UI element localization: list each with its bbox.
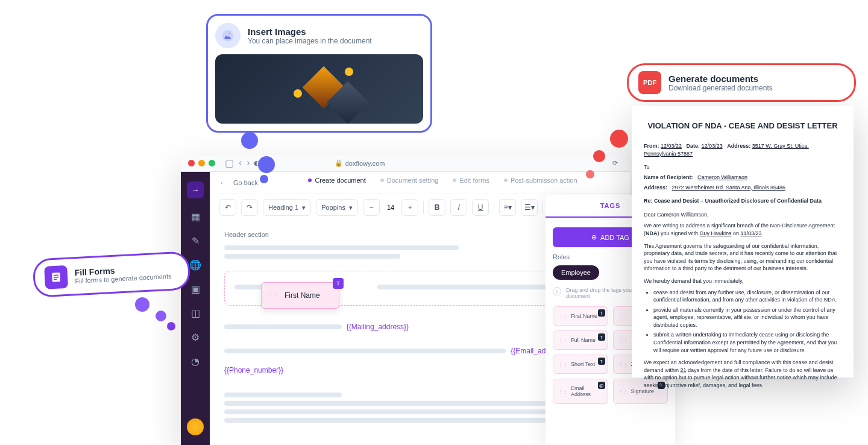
app-sidebar: → ▦ ✎ 🌐 ▣ ◫ ⚙ ◔ — [181, 172, 210, 445]
avatar[interactable] — [187, 418, 204, 435]
undo-button[interactable]: ↶ — [219, 199, 236, 216]
deco-dot — [593, 150, 605, 162]
chevron-down-icon: ▾ — [349, 204, 353, 212]
help-icon[interactable]: ◔ — [189, 355, 201, 367]
placeholder-line — [224, 245, 459, 250]
sidebar-toggle-icon[interactable]: ▢ — [225, 157, 234, 169]
chevron-down-icon: ▾ — [302, 204, 306, 212]
doc-title: VIOLATION OF NDA - CEASE AND DESIST LETT… — [644, 121, 841, 131]
deco-dot — [258, 156, 275, 173]
tab-post-submission[interactable]: Post-submisson action — [504, 177, 577, 184]
window-close[interactable] — [188, 160, 195, 166]
font-increase[interactable]: + — [401, 199, 418, 216]
align-button[interactable]: ≡▾ — [499, 199, 516, 216]
svg-point-0 — [222, 30, 233, 41]
bold-button[interactable]: B — [429, 199, 445, 216]
window-maximize[interactable] — [209, 160, 215, 166]
reload-icon[interactable]: ⟳ — [612, 159, 618, 167]
tab-document-setting[interactable]: Document setting — [380, 177, 439, 184]
insert-preview-image — [215, 54, 423, 124]
generate-documents-callout: PDF Generate documents Download generate… — [627, 63, 856, 102]
tag-short-text[interactable]: ⋮⋮Short TextT — [553, 355, 608, 374]
address-bar[interactable]: ◐ 🔒 doxflowy.com ⟳ — [254, 159, 623, 167]
nav-back-icon[interactable]: ‹ — [239, 157, 242, 169]
deco-dot — [260, 175, 268, 183]
placeholder-line — [224, 418, 557, 423]
deco-dot — [610, 130, 628, 148]
url-text: doxflowy.com — [345, 160, 385, 167]
browser-chrome: ▢ ‹ › ◐ 🔒 doxflowy.com ⟳ — [181, 155, 630, 172]
info-icon: i — [553, 287, 561, 295]
nav-forward-icon[interactable]: › — [247, 157, 250, 169]
deco-dot — [156, 311, 166, 321]
back-arrow-icon[interactable]: ← — [219, 179, 226, 186]
deco-dot — [241, 132, 258, 149]
drag-handle-icon: ⋮⋮ — [268, 292, 280, 299]
plus-icon: ⊕ — [591, 233, 597, 241]
svg-point-1 — [228, 33, 231, 35]
deco-dot — [586, 170, 594, 178]
font-size: 14 — [385, 204, 397, 211]
italic-button[interactable]: I — [450, 199, 467, 216]
insert-images-callout: Insert Images You can place images in th… — [206, 14, 432, 133]
placeholder-line — [224, 254, 400, 259]
form-icon — [44, 265, 68, 289]
grid-icon[interactable]: ▦ — [189, 210, 201, 222]
fill-forms-callout: Fill Forms Fill forms to generate docume… — [33, 251, 191, 298]
tag-first-name[interactable]: ⋮⋮First NameT — [553, 306, 608, 326]
tag-full-name[interactable]: ⋮⋮Full NameT — [553, 330, 608, 350]
role-chip-employee[interactable]: Employee — [553, 265, 599, 280]
underline-button[interactable]: U — [472, 199, 489, 216]
svg-rect-5 — [54, 279, 57, 280]
insert-subtitle: You can place images in the document — [248, 37, 372, 45]
font-select[interactable]: Poppins ▾ — [316, 199, 358, 216]
tab-edit-forms[interactable]: Edit forms — [453, 177, 489, 184]
placeholder-line — [224, 393, 342, 397]
insert-title: Insert Images — [248, 27, 372, 37]
heading-select[interactable]: Heading 1 ▾ — [263, 199, 311, 216]
deco-dot — [167, 322, 175, 330]
pdf-icon: PDF — [638, 71, 661, 94]
tag-email-address[interactable]: ⋮⋮Email Address@ — [553, 379, 608, 404]
pen-icon[interactable]: ✎ — [189, 235, 201, 247]
deco-dot — [135, 297, 149, 312]
window-minimize[interactable] — [198, 160, 205, 166]
document-preview: VIOLATION OF NDA - CEASE AND DESIST LETT… — [632, 106, 854, 377]
text-badge-icon: T — [333, 278, 344, 289]
tab-create-document[interactable]: Create document — [308, 177, 365, 184]
folder-icon[interactable]: ▣ — [189, 283, 201, 295]
redo-button[interactable]: ↷ — [241, 199, 258, 216]
generate-title: Generate documents — [668, 74, 773, 84]
var-mailing-address: {{Mailing_address}} — [347, 323, 409, 331]
list-button[interactable]: ☰▾ — [521, 199, 538, 216]
go-back-link[interactable]: Go back — [233, 179, 258, 186]
sidebar-expand[interactable]: → — [187, 181, 204, 198]
image-icon — [215, 23, 241, 48]
font-decrease[interactable]: − — [363, 199, 380, 216]
dragged-tag-first-name[interactable]: ⋮⋮ First Name T — [261, 282, 339, 309]
box-icon[interactable]: ◫ — [189, 307, 201, 319]
globe-icon[interactable]: 🌐 — [189, 259, 201, 271]
generate-subtitle: Download generated documents — [668, 84, 773, 92]
gear-icon[interactable]: ⚙ — [189, 331, 201, 343]
